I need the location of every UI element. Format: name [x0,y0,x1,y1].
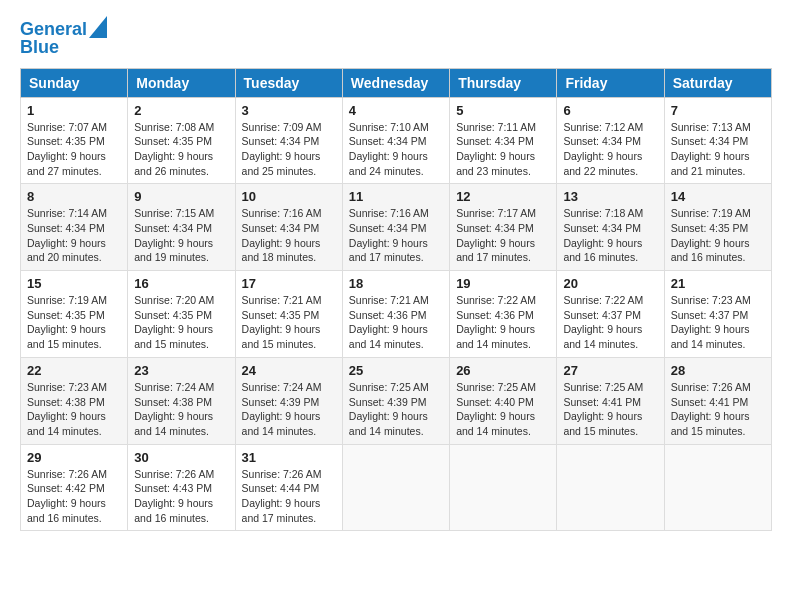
day-info: Sunrise: 7:12 AMSunset: 4:34 PMDaylight:… [563,121,643,177]
day-number: 5 [456,103,550,118]
day-number: 14 [671,189,765,204]
column-header-thursday: Thursday [450,68,557,97]
day-info: Sunrise: 7:15 AMSunset: 4:34 PMDaylight:… [134,207,214,263]
day-info: Sunrise: 7:24 AMSunset: 4:39 PMDaylight:… [242,381,322,437]
calendar-cell: 5 Sunrise: 7:11 AMSunset: 4:34 PMDayligh… [450,97,557,184]
calendar-cell [450,444,557,531]
calendar-cell: 1 Sunrise: 7:07 AMSunset: 4:35 PMDayligh… [21,97,128,184]
day-info: Sunrise: 7:08 AMSunset: 4:35 PMDaylight:… [134,121,214,177]
day-info: Sunrise: 7:07 AMSunset: 4:35 PMDaylight:… [27,121,107,177]
day-number: 13 [563,189,657,204]
day-info: Sunrise: 7:23 AMSunset: 4:37 PMDaylight:… [671,294,751,350]
day-number: 4 [349,103,443,118]
logo-blue-text: Blue [20,38,59,58]
logo-icon [89,16,107,38]
calendar-cell: 24 Sunrise: 7:24 AMSunset: 4:39 PMDaylig… [235,357,342,444]
calendar-week-4: 22 Sunrise: 7:23 AMSunset: 4:38 PMDaylig… [21,357,772,444]
calendar-cell: 30 Sunrise: 7:26 AMSunset: 4:43 PMDaylig… [128,444,235,531]
day-info: Sunrise: 7:18 AMSunset: 4:34 PMDaylight:… [563,207,643,263]
calendar-cell [664,444,771,531]
day-number: 22 [27,363,121,378]
logo: General Blue [20,20,107,58]
day-info: Sunrise: 7:20 AMSunset: 4:35 PMDaylight:… [134,294,214,350]
day-number: 3 [242,103,336,118]
day-number: 21 [671,276,765,291]
day-info: Sunrise: 7:16 AMSunset: 4:34 PMDaylight:… [349,207,429,263]
calendar-week-3: 15 Sunrise: 7:19 AMSunset: 4:35 PMDaylig… [21,271,772,358]
day-info: Sunrise: 7:10 AMSunset: 4:34 PMDaylight:… [349,121,429,177]
calendar-cell: 6 Sunrise: 7:12 AMSunset: 4:34 PMDayligh… [557,97,664,184]
day-number: 15 [27,276,121,291]
day-number: 30 [134,450,228,465]
calendar-cell: 8 Sunrise: 7:14 AMSunset: 4:34 PMDayligh… [21,184,128,271]
calendar-header-row: SundayMondayTuesdayWednesdayThursdayFrid… [21,68,772,97]
calendar-cell: 21 Sunrise: 7:23 AMSunset: 4:37 PMDaylig… [664,271,771,358]
column-header-sunday: Sunday [21,68,128,97]
calendar-cell: 9 Sunrise: 7:15 AMSunset: 4:34 PMDayligh… [128,184,235,271]
day-info: Sunrise: 7:26 AMSunset: 4:44 PMDaylight:… [242,468,322,524]
day-info: Sunrise: 7:22 AMSunset: 4:36 PMDaylight:… [456,294,536,350]
calendar-table: SundayMondayTuesdayWednesdayThursdayFrid… [20,68,772,532]
day-info: Sunrise: 7:24 AMSunset: 4:38 PMDaylight:… [134,381,214,437]
calendar-cell: 28 Sunrise: 7:26 AMSunset: 4:41 PMDaylig… [664,357,771,444]
calendar-cell [557,444,664,531]
calendar-cell: 12 Sunrise: 7:17 AMSunset: 4:34 PMDaylig… [450,184,557,271]
calendar-cell: 13 Sunrise: 7:18 AMSunset: 4:34 PMDaylig… [557,184,664,271]
calendar-cell: 10 Sunrise: 7:16 AMSunset: 4:34 PMDaylig… [235,184,342,271]
day-number: 29 [27,450,121,465]
calendar-cell: 4 Sunrise: 7:10 AMSunset: 4:34 PMDayligh… [342,97,449,184]
day-info: Sunrise: 7:11 AMSunset: 4:34 PMDaylight:… [456,121,536,177]
day-number: 2 [134,103,228,118]
calendar-cell: 20 Sunrise: 7:22 AMSunset: 4:37 PMDaylig… [557,271,664,358]
day-number: 28 [671,363,765,378]
day-info: Sunrise: 7:19 AMSunset: 4:35 PMDaylight:… [671,207,751,263]
day-info: Sunrise: 7:16 AMSunset: 4:34 PMDaylight:… [242,207,322,263]
column-header-saturday: Saturday [664,68,771,97]
day-info: Sunrise: 7:26 AMSunset: 4:42 PMDaylight:… [27,468,107,524]
calendar-cell: 3 Sunrise: 7:09 AMSunset: 4:34 PMDayligh… [235,97,342,184]
page-header: General Blue [20,20,772,58]
calendar-cell: 16 Sunrise: 7:20 AMSunset: 4:35 PMDaylig… [128,271,235,358]
day-info: Sunrise: 7:25 AMSunset: 4:41 PMDaylight:… [563,381,643,437]
day-info: Sunrise: 7:22 AMSunset: 4:37 PMDaylight:… [563,294,643,350]
day-number: 11 [349,189,443,204]
calendar-cell: 29 Sunrise: 7:26 AMSunset: 4:42 PMDaylig… [21,444,128,531]
day-number: 7 [671,103,765,118]
day-info: Sunrise: 7:21 AMSunset: 4:36 PMDaylight:… [349,294,429,350]
svg-marker-0 [89,16,107,38]
day-info: Sunrise: 7:17 AMSunset: 4:34 PMDaylight:… [456,207,536,263]
day-info: Sunrise: 7:25 AMSunset: 4:40 PMDaylight:… [456,381,536,437]
day-number: 6 [563,103,657,118]
day-number: 16 [134,276,228,291]
calendar-cell: 31 Sunrise: 7:26 AMSunset: 4:44 PMDaylig… [235,444,342,531]
column-header-tuesday: Tuesday [235,68,342,97]
day-number: 19 [456,276,550,291]
calendar-cell: 2 Sunrise: 7:08 AMSunset: 4:35 PMDayligh… [128,97,235,184]
day-number: 8 [27,189,121,204]
calendar-cell: 23 Sunrise: 7:24 AMSunset: 4:38 PMDaylig… [128,357,235,444]
day-number: 20 [563,276,657,291]
column-header-friday: Friday [557,68,664,97]
day-info: Sunrise: 7:26 AMSunset: 4:41 PMDaylight:… [671,381,751,437]
day-info: Sunrise: 7:14 AMSunset: 4:34 PMDaylight:… [27,207,107,263]
column-header-monday: Monday [128,68,235,97]
calendar-cell: 14 Sunrise: 7:19 AMSunset: 4:35 PMDaylig… [664,184,771,271]
day-number: 12 [456,189,550,204]
column-header-wednesday: Wednesday [342,68,449,97]
calendar-cell: 18 Sunrise: 7:21 AMSunset: 4:36 PMDaylig… [342,271,449,358]
day-number: 31 [242,450,336,465]
calendar-week-2: 8 Sunrise: 7:14 AMSunset: 4:34 PMDayligh… [21,184,772,271]
day-info: Sunrise: 7:09 AMSunset: 4:34 PMDaylight:… [242,121,322,177]
calendar-week-1: 1 Sunrise: 7:07 AMSunset: 4:35 PMDayligh… [21,97,772,184]
day-info: Sunrise: 7:23 AMSunset: 4:38 PMDaylight:… [27,381,107,437]
calendar-week-5: 29 Sunrise: 7:26 AMSunset: 4:42 PMDaylig… [21,444,772,531]
day-info: Sunrise: 7:25 AMSunset: 4:39 PMDaylight:… [349,381,429,437]
day-number: 17 [242,276,336,291]
calendar-cell: 22 Sunrise: 7:23 AMSunset: 4:38 PMDaylig… [21,357,128,444]
day-info: Sunrise: 7:13 AMSunset: 4:34 PMDaylight:… [671,121,751,177]
day-number: 24 [242,363,336,378]
day-info: Sunrise: 7:26 AMSunset: 4:43 PMDaylight:… [134,468,214,524]
day-number: 18 [349,276,443,291]
calendar-cell: 7 Sunrise: 7:13 AMSunset: 4:34 PMDayligh… [664,97,771,184]
calendar-cell [342,444,449,531]
